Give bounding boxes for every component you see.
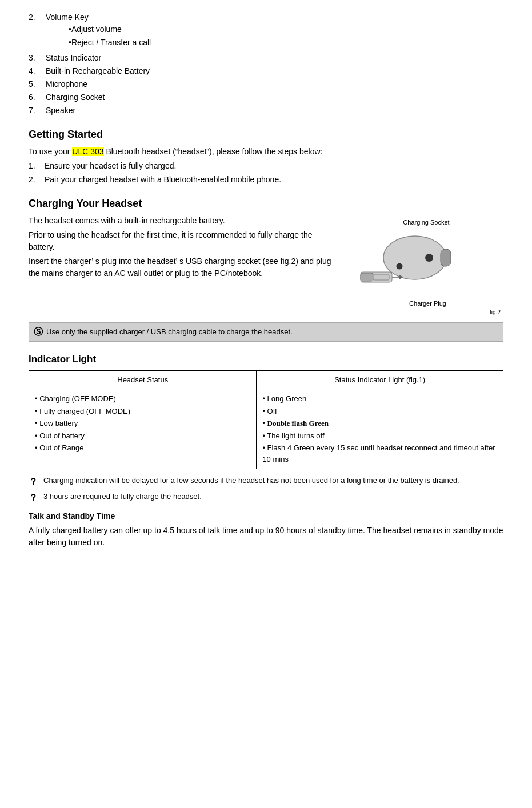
item-7-label: Speaker [46,105,75,117]
table-header-row: Headset Status Status Indicator Light (f… [29,370,503,389]
intro-before: To use your [29,147,72,156]
list-item-7: 7. Speaker [29,105,503,117]
talk-standby-text: A fully charged battery can offer up to … [29,525,503,549]
list-item-5: 5. Microphone [29,78,503,90]
svg-rect-8 [361,273,373,281]
getting-started-intro: To use your ULC 303 Bluetooth headset (“… [29,146,503,158]
svg-rect-3 [441,249,451,266]
svg-point-0 [383,236,446,279]
charging-text-block: The headset comes with a built-in rechar… [29,215,338,317]
charging-para-3: Insert the charger’ s plug into the head… [29,255,338,279]
item-2-label: Volume Key [46,13,89,22]
charging-figure: Charging Socket Charger Plug f [349,215,503,317]
charging-para-1: The headset comes with a built-in rechar… [29,215,338,227]
getting-started-section: Getting Started To use your ULC 303 Blue… [29,127,503,186]
list-item-6: 6. Charging Socket [29,91,503,103]
list-item-2: 2. Volume Key Adjust volume Reject / Tra… [29,11,503,51]
note-2-symbol: ？ [29,491,39,505]
note-2-text: 3 hours are required to fully charge the… [43,491,202,505]
indicator-table: Headset Status Status Indicator Light (f… [29,370,503,470]
info-box: Ⓢ Use only the supplied charger / USB ch… [29,322,503,342]
status-out-of-range: Out of Range [35,442,250,454]
info-icon: Ⓢ [34,325,43,339]
fig-num-label: fig.2 [349,308,503,317]
indicator-light-list: Long Green Off Double flash Green The li… [262,393,497,465]
charging-content: The headset comes with a built-in rechar… [29,215,503,317]
svg-point-2 [425,254,433,262]
item-5-label: Microphone [46,78,87,90]
col2-header: Status Indicator Light (fig.1) [257,370,503,389]
status-low-battery: Low battery [35,417,250,430]
charging-section: Charging Your Headset The headset comes … [29,196,503,342]
headset-status-list: Charging (OFF MODE) Fully charged (OFF M… [35,393,250,454]
step-2: 2. Pair your charged headset with a Blue… [29,174,503,186]
status-out-of-battery: Out of battery [35,430,250,442]
list-item-3: 3. Status Indicator [29,52,503,64]
item-3-label: Status Indicator [46,52,101,64]
note-2: ？ 3 hours are required to fully charge t… [29,491,503,505]
indicator-light-title: Indicator Light [29,352,503,367]
charging-title: Charging Your Headset [29,196,503,211]
list-item-4: 4. Built-in Rechargeable Battery [29,65,503,77]
getting-started-steps: 1. Ensure your headset is fully charged.… [29,160,503,186]
step-1-text: Ensure your headset is fully charged. [45,160,176,172]
svg-point-4 [397,263,402,269]
note-1-text: Charging indication will be delayed for … [43,475,459,489]
col1-header: Headset Status [29,370,257,389]
light-flash-4-green: Flash 4 Green every 15 sec until headset… [262,442,497,465]
status-fully-charged: Fully charged (OFF MODE) [35,405,250,418]
step-1: 1. Ensure your headset is fully charged. [29,160,503,172]
double-flash-text: Double flash Green [267,419,329,427]
svg-rect-9 [373,274,389,280]
volume-key-bullets: Adjust volume Reject / Transfer a call [69,23,151,49]
step-2-text: Pair your charged headset with a Bluetoo… [45,174,281,186]
bullet-reject-transfer: Reject / Transfer a call [69,37,151,49]
note-1-symbol: ？ [29,475,39,489]
light-long-green: Long Green [262,393,497,405]
indicator-light-cell: Long Green Off Double flash Green The li… [257,389,503,469]
headset-status-cell: Charging (OFF MODE) Fully charged (OFF M… [29,389,257,469]
note-1: ？ Charging indication will be delayed fo… [29,475,503,489]
highlight-ulc303: ULC 303 [72,147,103,156]
status-charging: Charging (OFF MODE) [35,393,250,405]
getting-started-title: Getting Started [29,127,503,142]
talk-standby-title: Talk and Standby Time [29,510,503,522]
fig-label-top: Charging Socket [403,218,449,227]
indicator-light-section: Indicator Light Headset Status Status In… [29,352,503,549]
light-double-flash: Double flash Green [262,417,497,430]
light-turns-off: The light turns off [262,430,497,442]
bullet-adjust-volume: Adjust volume [69,23,151,35]
item-6-label: Charging Socket [46,91,105,103]
light-off: Off [262,405,497,418]
charging-diagram-svg [358,229,495,298]
item-4-label: Built-in Rechargeable Battery [46,65,150,77]
indicator-data-row: Charging (OFF MODE) Fully charged (OFF M… [29,389,503,469]
charging-para-2: Prior to using the headset for the first… [29,229,338,253]
fig-charger-label: Charger Plug [406,299,446,309]
intro-after: Bluetooth headset (“headset”), please fo… [104,147,323,156]
info-box-text: Use only the supplied charger / USB char… [46,326,293,338]
main-list: 2. Volume Key Adjust volume Reject / Tra… [29,11,503,117]
